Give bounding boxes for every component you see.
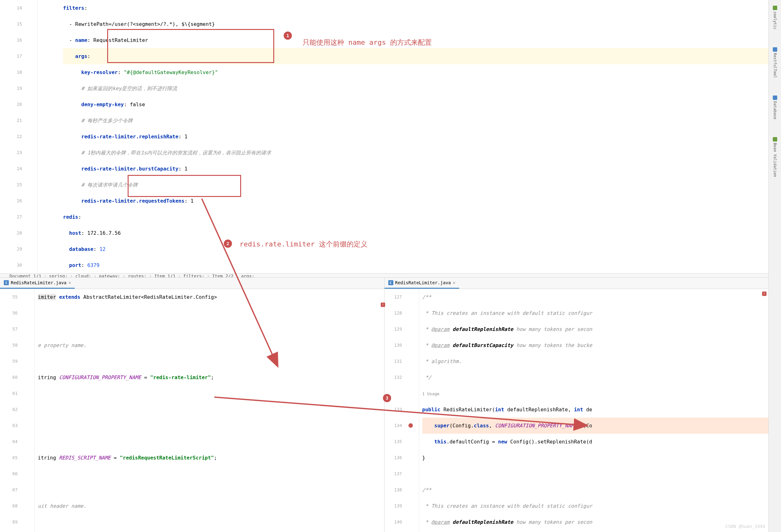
code-line[interactable]: deny-empty-key: false: [63, 96, 768, 113]
line-number: 56: [0, 305, 18, 321]
fold-cell: [407, 369, 419, 385]
code-line[interactable]: # 如果返回的key是空的话，则不进行限流: [63, 80, 768, 96]
code-line[interactable]: # 每秒产生多少个令牌: [63, 113, 768, 129]
code-line[interactable]: redis:: [63, 209, 768, 225]
line-number: 20: [0, 96, 22, 113]
error-indicator-icon[interactable]: !: [381, 302, 385, 307]
line-number: 128: [384, 305, 402, 321]
code-line[interactable]: filters:: [63, 0, 768, 16]
code-line[interactable]: [38, 385, 384, 402]
java-code-left[interactable]: imiter extends AbstractRateLimiter<Redis…: [35, 289, 384, 532]
line-number: 139: [384, 498, 402, 514]
error-indicator-icon[interactable]: !: [762, 291, 767, 296]
line-number: 26: [0, 193, 22, 209]
code-line[interactable]: database: 12: [63, 241, 768, 257]
line-number: 133: [384, 402, 402, 418]
code-line[interactable]: * algorithm.: [422, 353, 769, 369]
line-number: 21: [0, 113, 22, 129]
code-line[interactable]: [38, 482, 384, 498]
code-line[interactable]: host: 172.16.7.56: [63, 225, 768, 241]
code-line[interactable]: [38, 321, 384, 337]
fold-cell: [407, 385, 419, 402]
code-line[interactable]: [38, 466, 384, 482]
close-icon[interactable]: ×: [69, 280, 71, 285]
tool-icon: [773, 47, 777, 52]
fold-cell: [407, 514, 419, 530]
fold-cell: [407, 466, 419, 482]
code-line[interactable]: * This creates an instance with default …: [422, 498, 769, 514]
code-line[interactable]: */: [422, 369, 769, 385]
right-toolbar: zoolyticRestfulToolDatabaseBean Validati…: [768, 0, 781, 532]
fold-cell: [407, 418, 419, 434]
line-number: 28: [0, 225, 22, 241]
breakpoint-icon[interactable]: [408, 423, 413, 428]
code-line[interactable]: * @param defaultBurstCapacity how many t…: [422, 337, 769, 353]
code-line[interactable]: [422, 466, 769, 482]
code-line[interactable]: redis-rate-limiter.burstCapacity: 1: [63, 161, 768, 177]
line-number: 136: [384, 450, 402, 466]
fold-cell: [407, 289, 419, 305]
fold-gutter[interactable]: [407, 289, 419, 532]
code-line[interactable]: [38, 305, 384, 321]
annotation-box-1: [107, 29, 274, 63]
tool-label: Database: [773, 101, 777, 119]
left-java-editor[interactable]: C RedisRateLimiter.java × 55565758596061…: [0, 277, 384, 532]
yaml-editor[interactable]: 1415161718192021222324252627282930 filte…: [0, 0, 768, 277]
line-number: 134: [384, 418, 402, 434]
line-number: 58: [0, 337, 18, 353]
code-line[interactable]: public RedisRateLimiter(int defaultReple…: [422, 402, 769, 418]
code-line[interactable]: [38, 402, 384, 418]
annotation-text-2: redis.rate.limiter 这个前缀的定义: [240, 240, 368, 249]
code-line[interactable]: # 1秒内最大的令牌，即在1s内可以允许的突发流程，设置为0，表示阻止所有的请求: [63, 145, 768, 161]
code-line[interactable]: port: 6379: [63, 257, 768, 273]
code-line[interactable]: [38, 434, 384, 450]
line-number: 62: [0, 402, 18, 418]
code-line[interactable]: /**: [422, 289, 769, 305]
tool-bean validation[interactable]: Bean Validation: [773, 134, 777, 179]
tab-right[interactable]: C RedisRateLimiter.java ×: [384, 278, 459, 289]
code-line[interactable]: [38, 514, 384, 530]
code-line[interactable]: this.defaultConfig = new Config().setRep…: [422, 434, 769, 450]
code-line[interactable]: [38, 353, 384, 369]
code-line[interactable]: /**: [422, 482, 769, 498]
line-number: 30: [0, 257, 22, 273]
code-line[interactable]: super(Config.class, CONFIGURATION_PROPER…: [422, 418, 769, 434]
line-number: 19: [0, 80, 22, 96]
fold-gutter[interactable]: [22, 289, 35, 532]
tool-icon: [773, 95, 777, 100]
code-line[interactable]: imiter extends AbstractRateLimiter<Redis…: [38, 289, 384, 305]
code-line[interactable]: * @param defaultReplenishRate how many t…: [422, 321, 769, 337]
tab-left[interactable]: C RedisRateLimiter.java ×: [0, 278, 75, 289]
code-line[interactable]: itring CONFIGURATION_PROPERTY_NAME = "re…: [38, 369, 384, 385]
code-line[interactable]: [38, 418, 384, 434]
line-gutter: 1415161718192021222324252627282930: [0, 0, 28, 273]
close-icon[interactable]: ×: [453, 280, 455, 285]
fold-cell: [407, 321, 419, 337]
fold-cell: [407, 530, 419, 532]
line-gutter: 1271281291301311321331341351361371381391…: [384, 289, 407, 532]
code-line[interactable]: * This creates an instance with default …: [422, 305, 769, 321]
tool-restfultool[interactable]: RestfulTool: [773, 45, 777, 80]
tool-zoolytic[interactable]: zoolytic: [773, 3, 777, 32]
java-code-right[interactable]: /** * This creates an instance with defa…: [419, 289, 769, 532]
line-number: 23: [0, 145, 22, 161]
code-line[interactable]: 1 Usage: [422, 385, 769, 402]
code-line[interactable]: redis-rate-limiter.replenishRate: 1: [63, 129, 768, 145]
code-line[interactable]: * @param defaultBurstCapacity how many t…: [422, 530, 769, 532]
code-line[interactable]: uit header name.: [38, 498, 384, 514]
line-number: 140: [384, 514, 402, 530]
tool-database[interactable]: Database: [773, 93, 777, 122]
fold-gutter[interactable]: [28, 0, 38, 273]
tool-icon: [773, 137, 777, 141]
line-number: 131: [384, 353, 402, 369]
line-gutter: 555657585960616263646566676869: [0, 289, 22, 532]
code-line[interactable]: itring REDIS_SCRIPT_NAME = "redisRequest…: [38, 450, 384, 466]
line-number: 67: [0, 482, 18, 498]
code-line[interactable]: e property name.: [38, 337, 384, 353]
fold-cell: [407, 337, 419, 353]
code-line[interactable]: }: [422, 450, 769, 466]
code-line[interactable]: key-resolver: "#{@defaultGatewayKeyResol…: [63, 64, 768, 80]
right-java-editor[interactable]: C RedisRateLimiter.java × 12712812913013…: [384, 277, 769, 532]
annotation-badge-3: 3: [383, 394, 391, 402]
code-line[interactable]: * @param defaultReplenishRate how many t…: [422, 514, 769, 530]
